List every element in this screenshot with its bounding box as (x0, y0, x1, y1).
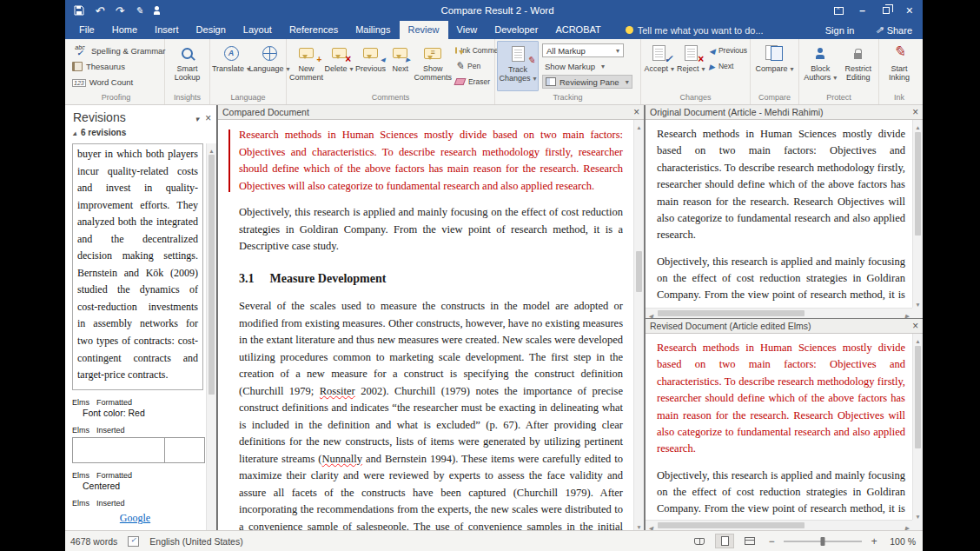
scroll-down-icon[interactable] (634, 520, 644, 530)
scrollbar-thumb[interactable] (915, 132, 921, 236)
redo-button[interactable] (110, 2, 128, 19)
translate-button[interactable]: Translate (212, 41, 250, 91)
display-for-review-select[interactable]: All Markup (542, 43, 624, 57)
undo-button[interactable] (90, 2, 108, 19)
block-authors-button[interactable]: Block Authors (801, 41, 839, 91)
close-button[interactable] (897, 1, 921, 20)
scroll-down-icon[interactable] (913, 509, 923, 520)
scrollbar-thumb[interactable] (636, 251, 642, 292)
next-change-button[interactable]: Next (706, 59, 748, 73)
word-count-button[interactable]: Word Count (70, 75, 169, 89)
scrollbar-vertical[interactable] (633, 120, 644, 530)
print-layout-button[interactable] (715, 534, 734, 548)
word-count-status[interactable]: 4678 words (70, 536, 117, 547)
tab-insert[interactable]: Insert (146, 21, 188, 39)
revisions-summary[interactable]: 6 revisions (65, 126, 216, 141)
language-button[interactable]: Language (250, 41, 288, 91)
previous-comment-button[interactable]: Previous (354, 41, 387, 91)
tab-design[interactable]: Design (188, 21, 235, 39)
original-document-body[interactable]: Research methods in Human Sciences mostl… (646, 120, 912, 308)
scrollbar-vertical[interactable] (206, 143, 216, 530)
revision-detail[interactable]: Font color: Red (83, 408, 205, 418)
language-status[interactable]: English (United States) (149, 536, 242, 547)
scrollbar-thumb[interactable] (658, 522, 805, 528)
scrollbar-thumb[interactable] (209, 155, 215, 395)
ribbon-display-options-button[interactable] (827, 1, 851, 20)
thesaurus-button[interactable]: Thesaurus (70, 59, 169, 73)
scroll-right-icon[interactable] (902, 309, 912, 318)
scrollbar-vertical[interactable] (912, 120, 923, 308)
scroll-right-icon[interactable] (902, 521, 912, 530)
tab-layout[interactable]: Layout (235, 21, 281, 39)
scroll-left-icon[interactable] (646, 521, 656, 530)
tab-acrobat[interactable]: ACROBAT (546, 21, 609, 39)
reject-button[interactable]: Reject (675, 41, 706, 91)
new-comment-button[interactable]: New Comment (288, 41, 324, 91)
scroll-up-icon[interactable] (634, 120, 644, 130)
group-changes: Accept Reject Previous Next Changes (641, 39, 751, 104)
ink-comment-button[interactable]: Ink Comment (453, 43, 493, 57)
sign-in-link[interactable]: Sign in (815, 21, 865, 39)
zoom-out-button[interactable] (765, 535, 778, 548)
scroll-down-icon[interactable] (913, 297, 923, 308)
restrict-editing-button[interactable]: Restrict Editing (839, 41, 877, 91)
read-mode-button[interactable] (690, 534, 709, 548)
accept-button[interactable]: Accept (643, 41, 675, 91)
close-icon[interactable] (633, 106, 639, 118)
show-comments-button[interactable]: Show Comments (413, 41, 453, 91)
delete-comment-button[interactable]: Delete (324, 41, 354, 91)
compared-document-body[interactable]: Research methods in Human Sciences mostl… (218, 120, 633, 530)
scroll-left-icon[interactable] (646, 309, 656, 318)
tell-me-box[interactable]: Tell me what you want to do... (619, 21, 771, 39)
scroll-up-icon[interactable] (913, 120, 923, 130)
web-layout-button[interactable] (740, 534, 759, 548)
spelling-grammar-button[interactable]: Spelling & Grammar (70, 43, 169, 57)
zoom-slider-thumb[interactable] (821, 537, 825, 546)
people-button[interactable] (150, 2, 168, 19)
close-icon[interactable] (912, 320, 918, 332)
zoom-in-button[interactable] (868, 535, 880, 548)
scrollbar-horizontal[interactable] (646, 308, 912, 318)
next-comment-button[interactable]: Next (387, 41, 413, 91)
previous-change-button[interactable]: Previous (706, 43, 748, 57)
draw-button[interactable] (130, 2, 148, 19)
zoom-slider[interactable] (784, 541, 862, 542)
track-changes-button[interactable]: Track Changes (497, 41, 539, 91)
restore-button[interactable] (874, 1, 897, 20)
proofing-status-icon[interactable] (128, 536, 139, 547)
revision-detail[interactable]: Centered (83, 481, 205, 491)
inserted-link[interactable]: Google (65, 512, 205, 525)
compare-button[interactable]: Compare (752, 41, 797, 91)
close-icon[interactable] (912, 106, 918, 118)
close-icon[interactable] (205, 110, 211, 125)
scrollbar-thumb[interactable] (915, 346, 921, 448)
save-button[interactable] (70, 2, 88, 19)
tab-mailings[interactable]: Mailings (347, 21, 399, 39)
tab-review[interactable]: Review (400, 21, 448, 39)
reviewing-pane-label: Reviewing Pane (560, 77, 619, 87)
pen-button[interactable]: Pen (453, 59, 493, 73)
revised-document-body[interactable]: Research methods in Human Sciences mostl… (646, 334, 912, 520)
zoom-level[interactable]: 100 % (886, 536, 916, 547)
start-inking-button[interactable]: Start Inking (881, 41, 917, 91)
smart-lookup-button[interactable]: Smart Lookup (167, 41, 208, 91)
tab-references[interactable]: References (281, 21, 347, 39)
scrollbar-thumb[interactable] (658, 310, 805, 316)
reviewing-pane-button[interactable]: Reviewing Pane (542, 75, 632, 89)
chevron-down-icon[interactable] (195, 110, 199, 125)
show-markup-button[interactable]: Show Markup (542, 59, 632, 73)
tab-file[interactable]: File (70, 21, 103, 39)
group-proofing: Spelling & Grammar Thesaurus Word Count … (68, 39, 165, 104)
scroll-up-icon[interactable] (913, 334, 923, 344)
share-button[interactable]: Share (864, 21, 923, 39)
scrollbar-horizontal[interactable] (646, 520, 912, 530)
scrollbar-vertical[interactable] (912, 334, 923, 520)
inserted-table[interactable] (72, 437, 205, 463)
tab-home[interactable]: Home (103, 21, 146, 39)
revisions-pane-body[interactable]: buyer in which both players incur qualit… (65, 143, 205, 530)
eraser-button[interactable]: Eraser (453, 75, 493, 89)
tab-developer[interactable]: Developer (486, 21, 546, 39)
scroll-up-icon[interactable] (207, 143, 216, 154)
minimize-button[interactable] (851, 1, 874, 20)
tab-view[interactable]: View (448, 21, 487, 39)
